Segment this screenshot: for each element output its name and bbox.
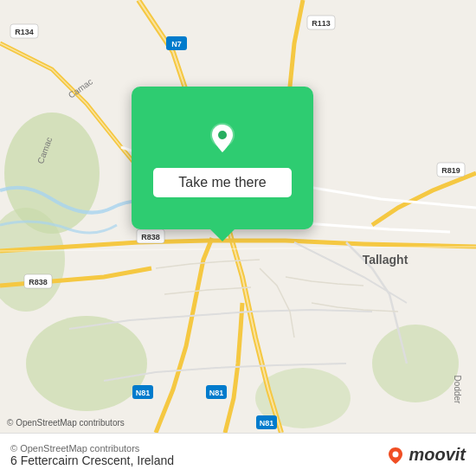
svg-text:Dodder: Dodder [453,376,462,404]
svg-point-31 [393,451,399,457]
svg-text:N7: N7 [171,40,182,48]
svg-point-4 [26,316,147,411]
svg-text:R134: R134 [15,28,34,36]
svg-text:R819: R819 [441,166,460,175]
map-container: R134 N7 R113 R838 R838 R819 N81 N81 N81 … [0,0,476,433]
svg-text:N81: N81 [136,389,151,397]
footer-bar: © OpenStreetMap contributors 6 Fettercai… [0,433,476,476]
footer-info: © OpenStreetMap contributors 6 Fettercai… [10,443,174,467]
osm-credit: © OpenStreetMap contributors [10,443,174,453]
svg-text:© OpenStreetMap contributors: © OpenStreetMap contributors [7,418,125,428]
popup-card: Take me there [132,87,313,229]
address-text: 6 Fettercairn Crescent, Ireland [10,453,174,467]
take-me-there-button[interactable]: Take me there [153,168,292,197]
svg-text:Tallaght: Tallaght [363,253,408,267]
moovit-pin-icon [386,446,405,465]
svg-text:R838: R838 [29,278,48,286]
svg-text:N81: N81 [260,419,274,428]
svg-point-30 [218,131,227,139]
location-pin-icon [203,119,241,158]
moovit-logo-text: moovit [408,445,466,465]
svg-point-3 [372,325,459,402]
moovit-logo: moovit [386,445,466,465]
svg-text:R113: R113 [312,19,331,28]
svg-text:N81: N81 [209,389,224,397]
svg-text:R838: R838 [141,233,160,241]
